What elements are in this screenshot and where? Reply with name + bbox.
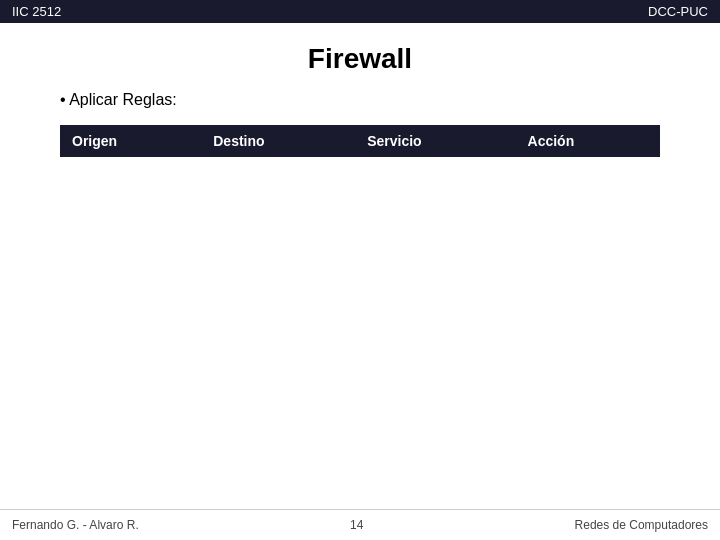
footer-left: Fernando G. - Alvaro R. — [12, 518, 139, 532]
col-header-servicio: Servicio — [355, 125, 515, 157]
footer: Fernando G. - Alvaro R. 14 Redes de Comp… — [0, 509, 720, 540]
col-header-accion: Acción — [516, 125, 660, 157]
subtitle: • Aplicar Reglas: — [60, 91, 720, 109]
header-left: IIC 2512 — [12, 4, 61, 19]
col-header-destino: Destino — [201, 125, 355, 157]
page-title: Firewall — [0, 43, 720, 75]
header-right: DCC-PUC — [648, 4, 708, 19]
footer-right: Redes de Computadores — [575, 518, 708, 532]
header-bar: IIC 2512 DCC-PUC — [0, 0, 720, 23]
firewall-table-container: Origen Destino Servicio Acción — [60, 125, 660, 157]
table-header-row: Origen Destino Servicio Acción — [60, 125, 660, 157]
footer-center: 14 — [350, 518, 363, 532]
col-header-origen: Origen — [60, 125, 201, 157]
firewall-table: Origen Destino Servicio Acción — [60, 125, 660, 157]
